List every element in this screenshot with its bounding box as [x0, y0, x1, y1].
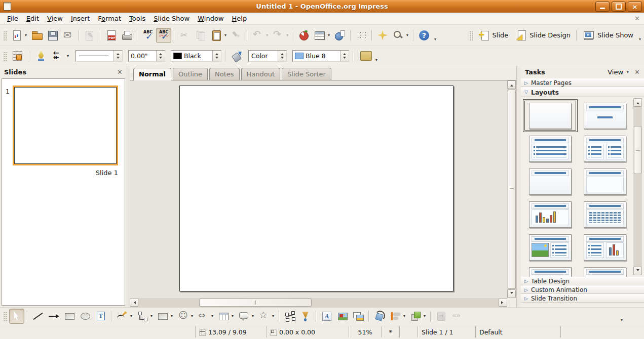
layout-title-slide[interactable] [578, 99, 632, 132]
slide-edit-area[interactable] [130, 80, 516, 307]
paste-dropdown-arrow[interactable]: ▾ [223, 28, 228, 43]
scroll-right-button[interactable] [499, 298, 507, 307]
callouts-button[interactable] [236, 309, 251, 324]
minimize-button[interactable] [595, 2, 610, 12]
slides-panel-close-icon[interactable]: ✕ [117, 68, 123, 76]
vertical-scrollbar-thumb[interactable] [508, 90, 516, 289]
scroll-up-button[interactable] [633, 98, 642, 107]
line-color-select[interactable]: Black [171, 50, 221, 62]
block-arrows-dropdown-arrow[interactable]: ▾ [210, 309, 215, 323]
vertical-scrollbar[interactable] [507, 80, 516, 298]
toolbar-handle[interactable] [3, 30, 7, 40]
fill-style-select[interactable]: Color [248, 50, 287, 62]
callouts-dropdown-arrow[interactable]: ▾ [250, 309, 255, 323]
hyperlink-button[interactable] [332, 28, 348, 43]
section-layouts[interactable]: ▽ Layouts [521, 87, 644, 97]
line-width-input[interactable]: 0.00" [128, 50, 165, 62]
print-button[interactable] [119, 28, 134, 43]
glue-points-button[interactable] [298, 309, 313, 324]
section-master-pages[interactable]: ▷ Master Pages [521, 78, 644, 87]
page-style-field[interactable]: Default [475, 326, 560, 337]
layout-title-chart[interactable] [523, 198, 578, 231]
select-button[interactable] [9, 309, 24, 324]
shadow-button[interactable] [360, 51, 372, 61]
horizontal-scrollbar[interactable] [130, 298, 507, 307]
curve-dropdown-arrow[interactable]: ▾ [129, 309, 134, 323]
arrange-dropdown-arrow[interactable]: ▾ [422, 309, 427, 323]
from-file-button[interactable] [335, 309, 350, 324]
curve-button[interactable] [115, 309, 130, 324]
line-button[interactable] [30, 309, 46, 324]
export-pdf-button[interactable] [103, 28, 119, 43]
menu-help[interactable]: Help [228, 13, 251, 24]
section-custom-animation[interactable]: ▷ Custom Animation [521, 285, 644, 294]
menu-window[interactable]: Window [194, 13, 228, 24]
fill-style-spinner[interactable] [278, 51, 286, 61]
navigator-button[interactable] [375, 28, 390, 43]
layouts-scrollbar-thumb[interactable] [634, 126, 641, 174]
scroll-left-button[interactable] [130, 298, 138, 307]
arrange-button[interactable] [408, 309, 423, 324]
toolbar-handle[interactable] [3, 311, 7, 321]
maximize-button[interactable] [612, 2, 626, 12]
rotate-button[interactable] [372, 309, 387, 324]
block-arrows-button[interactable] [196, 309, 211, 324]
tasks-panel-close-icon[interactable]: ✕ [634, 68, 640, 76]
tab-outline[interactable]: Outline [173, 68, 208, 80]
toolbar-handle[interactable] [3, 51, 7, 61]
layout-11[interactable] [523, 264, 578, 277]
toolbar-handle[interactable] [469, 30, 473, 40]
connector-dropdown-arrow[interactable]: ▾ [149, 309, 154, 323]
new-document-dropdown-arrow[interactable]: ▾ [23, 28, 28, 43]
text-button[interactable] [93, 309, 108, 324]
connector-button[interactable] [135, 309, 150, 324]
fill-button[interactable] [230, 49, 245, 64]
title-bar[interactable]: Untitled 1 - OpenOffice.org Impress × [0, 0, 644, 13]
menu-format[interactable]: Format [94, 13, 125, 24]
basic-shapes-dropdown-arrow[interactable]: ▾ [169, 309, 174, 323]
alignment-button[interactable] [388, 309, 403, 324]
close-document-icon[interactable]: ✕ [634, 15, 640, 22]
spellcheck-button[interactable] [140, 28, 156, 43]
open-button[interactable] [29, 28, 45, 43]
zoom-field[interactable]: 51% [349, 326, 381, 337]
fill-color-spinner[interactable] [340, 51, 349, 61]
fontwork-button[interactable] [319, 309, 334, 324]
arrow-style-button[interactable] [50, 49, 65, 64]
menu-edit[interactable]: Edit [22, 13, 43, 24]
section-slide-transition[interactable]: ▷ Slide Transition [521, 294, 644, 303]
layout-title-two-content[interactable] [578, 132, 632, 165]
scroll-up-button[interactable] [507, 80, 516, 89]
toolbar-options-button[interactable]: ▾ [619, 309, 625, 324]
menu-view[interactable]: View [43, 13, 67, 24]
symbol-shapes-dropdown-arrow[interactable]: ▾ [190, 309, 195, 323]
paste-button[interactable] [209, 28, 224, 43]
scroll-down-button[interactable] [633, 267, 642, 275]
menu-slide-show[interactable]: Slide Show [149, 13, 194, 24]
line-color-spinner[interactable] [212, 51, 221, 61]
layout-title-clipart-text[interactable] [523, 231, 578, 264]
tab-handout[interactable]: Handout [241, 68, 281, 80]
toolbar-options-button[interactable]: ▾ [637, 28, 643, 43]
menu-file[interactable]: File [3, 13, 22, 24]
close-button[interactable]: × [628, 2, 642, 12]
rectangle-button[interactable] [62, 309, 77, 324]
help-button[interactable] [416, 28, 432, 43]
slide-design-button[interactable]: Slide Design [512, 28, 574, 43]
section-table-design[interactable]: ▷ Table Design [521, 277, 644, 285]
display-grid-button[interactable] [354, 28, 369, 43]
alignment-dropdown-arrow[interactable]: ▾ [402, 309, 407, 323]
slide-canvas[interactable] [179, 86, 453, 291]
slide-thumbnail[interactable] [13, 86, 118, 165]
arrow-button[interactable] [46, 309, 61, 324]
auto-spellcheck-button[interactable] [156, 28, 171, 43]
styles-button[interactable] [10, 49, 25, 64]
layout-title-content[interactable] [523, 132, 578, 165]
layout-title-only[interactable] [523, 165, 578, 198]
tab-slide-sorter[interactable]: Slide Sorter [282, 68, 331, 80]
table-dropdown-arrow[interactable]: ▾ [326, 28, 331, 43]
layout-blank[interactable] [523, 99, 578, 132]
line-style-select[interactable] [75, 50, 123, 62]
line-width-spinner[interactable] [156, 51, 165, 61]
ellipse-button[interactable] [78, 309, 93, 324]
